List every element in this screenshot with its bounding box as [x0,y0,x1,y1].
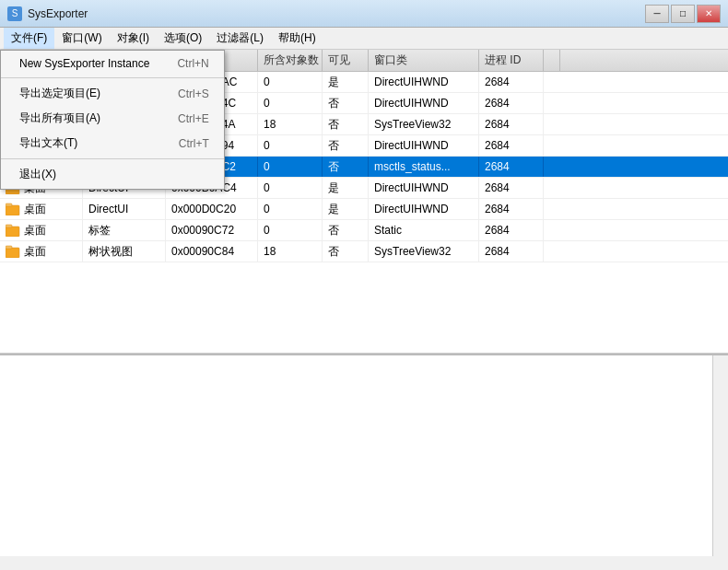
separator-2 [1,158,224,159]
cell-visible: 否 [323,114,369,134]
cell-visible: 否 [323,220,369,240]
window-title: SysExporter [28,7,88,20]
svg-rect-14 [6,227,19,237]
minimize-button[interactable]: ─ [645,5,669,23]
cell-handle: 0x00090C72 [166,220,258,240]
cell-winclass: DirectUIHWND [369,199,479,219]
cell-objects: 0 [258,199,323,219]
cell-pid: 2684 [479,93,544,113]
cell-name: 桌面 [0,199,83,219]
app-icon: S [7,6,22,21]
menu-window[interactable]: 窗口(W) [54,28,109,49]
cell-winclass: SysTreeView32 [369,114,479,134]
cell-pid: 2684 [479,135,544,156]
table-row[interactable]: 桌面 树状视图 0x00090C84 18 否 SysTreeView32 26… [0,241,728,262]
separator-1 [1,77,224,78]
cell-objects: 0 [258,72,323,92]
cell-pid: 2684 [479,220,544,240]
preview-area [0,354,728,556]
table-row[interactable]: 桌面 DirectUI 0x000D0C20 0 是 DirectUIHWND … [0,199,728,220]
cell-handle: 0x00090C84 [166,241,258,262]
cell-objects: 0 [258,93,323,113]
cell-winclass: msctls_status... [369,157,479,177]
cell-winclass: DirectUIHWND [369,93,479,113]
col-header-visible[interactable]: 可见 [323,50,369,71]
svg-rect-15 [6,225,12,227]
cell-visible: 是 [323,199,369,219]
cell-name: 桌面 [0,220,83,240]
cell-visible: 否 [323,135,369,156]
window-controls: ─ □ ✕ [645,5,721,23]
cell-class: 标签 [83,220,166,240]
cell-objects: 18 [258,114,323,134]
cell-winclass: Static [369,220,479,240]
menu-export-all[interactable]: 导出所有项目(A) Ctrl+E [1,106,224,131]
folder-icon [6,203,20,215]
cell-objects: 0 [258,135,323,156]
menu-help[interactable]: 帮助(H) [271,28,323,49]
menu-exit[interactable]: 退出(X) [1,162,224,187]
cell-winclass: DirectUIHWND [369,72,479,92]
menu-new-instance[interactable]: New SysExporter Instance Ctrl+N [1,52,224,75]
menu-export-text[interactable]: 导出文本(T) Ctrl+T [1,131,224,156]
cell-class: 树状视图 [83,241,166,262]
cell-pid: 2684 [479,178,544,198]
col-header-winclass[interactable]: 窗口类 [369,50,479,71]
cell-winclass: SysTreeView32 [369,241,479,262]
cell-pid: 2684 [479,241,544,262]
menu-file[interactable]: 文件(F) [4,28,54,49]
close-button[interactable]: ✕ [697,5,721,23]
cell-pid: 2684 [479,114,544,134]
col-header-pid[interactable]: 进程 ID [479,50,544,71]
cell-winclass: DirectUIHWND [369,178,479,198]
cell-visible: 是 [323,178,369,198]
folder-icon [6,224,20,237]
cell-handle: 0x000D0C20 [166,199,258,219]
cell-objects: 0 [258,220,323,240]
menu-options[interactable]: 选项(O) [157,28,209,49]
svg-rect-12 [6,205,19,215]
menu-bar: 文件(F) 窗口(W) 对象(I) 选项(O) 过滤器(L) 帮助(H) [0,28,728,50]
cell-visible: 否 [323,93,369,113]
col-header-scroll [544,50,560,71]
col-header-objects[interactable]: 所含对象数 [258,50,323,71]
file-dropdown: New SysExporter Instance Ctrl+N 导出选定项目(E… [0,50,225,190]
svg-rect-13 [6,204,12,206]
table-row[interactable]: 桌面 标签 0x00090C72 0 否 Static 2684 [0,220,728,241]
maximize-button[interactable]: □ [671,5,695,23]
cell-objects: 0 [258,157,323,177]
svg-rect-16 [6,248,19,258]
preview-scrollbar[interactable] [712,355,728,556]
title-bar: S SysExporter ─ □ ✕ [0,0,728,28]
cell-pid: 2684 [479,199,544,219]
cell-visible: 是 [323,72,369,92]
svg-rect-17 [6,246,12,249]
cell-visible: 否 [323,157,369,177]
menu-filter[interactable]: 过滤器(L) [209,28,271,49]
cell-name: 桌面 [0,241,83,262]
folder-icon [6,245,20,258]
menu-object[interactable]: 对象(I) [110,28,157,49]
cell-pid: 2684 [479,157,544,177]
file-menu: New SysExporter Instance Ctrl+N 导出选定项目(E… [0,50,225,190]
cell-winclass: DirectUIHWND [369,135,479,156]
cell-objects: 0 [258,178,323,198]
cell-visible: 否 [323,241,369,262]
cell-objects: 18 [258,241,323,262]
menu-export-selected[interactable]: 导出选定项目(E) Ctrl+S [1,81,224,106]
cell-class: DirectUI [83,199,166,219]
cell-pid: 2684 [479,72,544,92]
